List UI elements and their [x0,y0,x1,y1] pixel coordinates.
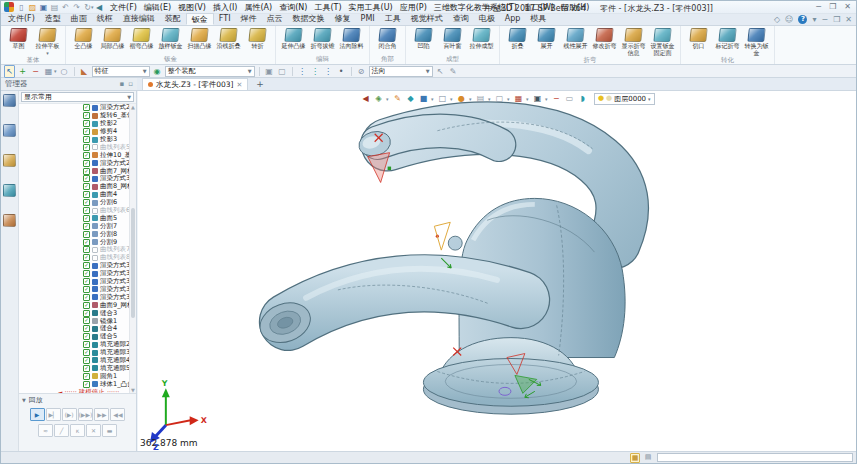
add-entity-icon[interactable]: + [17,66,28,77]
tree-item[interactable]: ✓填充通隙2 [19,341,136,349]
paste-icon[interactable]: ▢ [277,66,288,77]
view-manager-tab[interactable] [3,184,16,197]
feedback-icon[interactable]: ☺ [785,15,793,24]
insert-curve-button[interactable]: ≈ [38,424,53,437]
feature-checkbox[interactable]: ✓ [83,381,90,388]
ribbon-button-unfold[interactable]: 展开 [532,27,561,50]
copy-icon[interactable]: ▣ [264,66,275,77]
ribbon-button-swept-flange[interactable]: 扫描凸缘 [185,27,214,50]
ribbon-tab-tools[interactable]: 工具 [380,13,406,25]
redo-icon[interactable]: ↷ [71,3,82,12]
tree-item[interactable]: ✓分割9 [19,238,136,246]
wireframe-mode-icon[interactable]: □ [437,93,448,104]
open-file-icon[interactable]: ▨ [27,3,38,12]
tree-item[interactable]: ✓投影3 [19,136,136,144]
section-view-icon[interactable]: ▦ [513,93,524,104]
align-mid-icon[interactable]: ⋮ [310,66,321,77]
entity-filter-combo[interactable]: 特征▼ [92,66,150,77]
feature-checkbox[interactable]: ✓ [83,120,90,127]
ribbon-button-dimple[interactable]: 凹陷 [409,27,438,50]
tree-item[interactable]: ✓填充通隙5 [19,364,136,372]
ribbon-button-set-fixed-face[interactable]: 设置钣金固定面 [648,27,677,56]
scope-combo[interactable]: 整个装配▼ [165,66,255,77]
feature-checkbox[interactable]: ✓ [83,349,90,356]
feature-checkbox[interactable]: ✓ [83,223,90,230]
curvature-icon[interactable]: ◗ [577,93,588,104]
render-style-icon[interactable]: ● [456,93,467,104]
layer-on-bulb-icon[interactable]: ● [598,95,604,102]
ribbon-button-hem-flange[interactable]: 褶弯凸缘 [127,27,156,50]
shade-mode-icon[interactable]: ■ [418,93,429,104]
ribbon-button-linear-unfold[interactable]: 线性展开 [561,27,590,50]
target-icon[interactable]: • [336,66,347,77]
tree-item[interactable]: ✓曲线列表8 [19,254,136,262]
app-logo-icon[interactable] [4,2,14,12]
plane-display-icon[interactable]: ◆ [405,93,416,104]
step-group-button[interactable]: (▶▶) [78,408,94,421]
feature-checkbox[interactable]: ✓ [83,310,90,317]
insert-spline-button[interactable]: κ [70,424,85,437]
ribbon-button-fold[interactable]: 折叠 [503,27,532,50]
scroll-up-icon[interactable]: ▲ [130,104,136,110]
feature-checkbox[interactable]: ✓ [83,373,90,380]
menu-item[interactable]: 属性(A) [241,2,276,13]
no-snap-icon[interactable]: ⊘ [356,66,367,77]
tree-item[interactable]: ✓曲线列表6 [19,207,136,215]
fast-forward-button[interactable]: ▶▶ [94,408,109,421]
ribbon-button-mark-bend[interactable]: 标记折弯 [713,27,742,50]
tree-item[interactable]: ✓渲染方式33 [19,270,136,278]
chevron-down-icon[interactable]: ▾ [386,96,390,102]
ribbon-button-punch[interactable]: 拉伸成型 [467,27,496,50]
ribbon-button-jog[interactable]: 转折 [243,27,272,50]
faucet-model[interactable] [254,122,625,414]
float-window-icon[interactable]: ❒ [833,15,840,24]
prompt-toggle-icon[interactable]: ▦ [630,453,640,463]
layer-manager-tab[interactable] [3,154,16,167]
ribbon-button-sketch[interactable]: 草图 [4,27,33,50]
tree-item[interactable]: ✓渲染方式34 [19,278,136,286]
ribbon-tab-inquire[interactable]: 查询 [448,13,474,25]
tree-item[interactable]: ✓渲染方式22 [19,104,136,112]
tree-item[interactable]: ✓球体1_凸台 [19,380,136,388]
step-forward-button[interactable]: (▶) [62,408,77,421]
ribbon-button-convert-to-sheet-metal[interactable]: 转换为钣金 [742,27,771,56]
close-tab-icon[interactable]: ✕ [236,81,242,89]
remove-entity-icon[interactable]: − [30,66,41,77]
playback-header[interactable]: ▼ 回放 [22,395,133,405]
feature-checkbox[interactable]: ✓ [83,104,90,111]
layer-off-bulb-icon[interactable]: ● [606,95,612,102]
tree-item[interactable]: ✓渲染方式32 [19,262,136,270]
menu-item[interactable]: 编辑(E) [140,2,174,13]
sketch-pencil-icon[interactable]: ✎ [448,66,459,77]
pick-filter-icon[interactable]: ▦ [43,66,54,77]
print-icon[interactable]: ▤ [49,3,60,12]
save-icon[interactable]: ▣ [38,3,49,12]
ribbon-minimize-icon[interactable]: − [821,15,828,24]
menu-item[interactable]: 实用工具(U) [345,2,396,13]
feature-checkbox[interactable]: ✓ [83,302,90,309]
tree-item[interactable]: ✓曲线列表7 [19,246,136,254]
tree-item[interactable]: ✓填充通隙4 [19,357,136,365]
ribbon-tab-pmi[interactable]: PMI [356,13,380,25]
viewport[interactable]: ◀◈▾✎◆■▾□▾●▾▤▾▢▾▦▾▣▾─▭◗●●图层0000▾ [138,91,856,451]
play-button[interactable]: ▶ [30,408,45,421]
measure-icon[interactable]: ◣ [79,66,90,77]
new-file-icon[interactable]: ▯ [16,3,27,12]
tree-item[interactable]: ✓圆角1 [19,372,136,380]
ribbon-button-bend-taper[interactable]: 折弯拔锥 [308,27,337,50]
feature-checkbox[interactable]: ✓ [83,175,90,182]
sketch-view-icon[interactable]: ✎ [392,93,403,104]
ribbon-tab-mold[interactable]: 模具 [525,13,551,25]
ribbon-button-louver[interactable]: 百叶窗 [438,27,467,50]
rewind-button[interactable]: ◀◀ [110,408,125,421]
status-input[interactable] [657,453,853,462]
close-button[interactable]: ✕ [844,2,851,11]
chevron-down-icon[interactable]: ▾ [431,96,435,102]
feature-checkbox[interactable]: ✓ [83,325,90,332]
chevron-down-icon[interactable]: ▾ [545,96,549,102]
lasso-icon[interactable]: ○ [59,66,70,77]
feature-checkbox[interactable]: ✓ [83,152,90,159]
feature-checkbox[interactable]: ✓ [83,136,90,143]
tree-item[interactable]: ✓缝合4 [19,325,136,333]
scrollbar-thumb[interactable] [131,208,135,318]
